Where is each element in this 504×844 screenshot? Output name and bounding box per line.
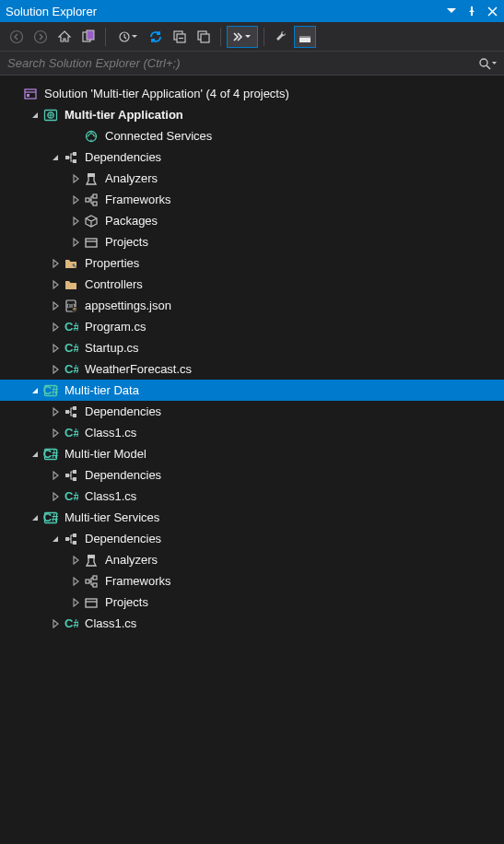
svg-rect-10: [299, 36, 311, 38]
json-icon: [63, 298, 79, 314]
expander-open-icon[interactable]: [28, 108, 42, 123]
deps-icon: [63, 531, 79, 547]
tree-item-label: Connected Services: [105, 129, 212, 143]
expander-closed-icon[interactable]: [68, 574, 83, 589]
svg-point-0: [11, 30, 23, 42]
expander-closed-icon[interactable]: [48, 404, 63, 419]
csproj-icon: [42, 446, 59, 463]
expander-open-icon[interactable]: [28, 383, 42, 398]
tree-item[interactable]: Multi-tier Application: [0, 104, 504, 125]
tree-item-label: WeatherForecast.cs: [85, 362, 192, 376]
expander-open-icon[interactable]: [48, 532, 63, 546]
csproj-web-icon: [42, 107, 59, 123]
svg-rect-9: [299, 38, 311, 42]
tree-item[interactable]: Analyzers: [0, 168, 504, 189]
tree-item[interactable]: Projects: [0, 231, 504, 252]
expander-closed-icon[interactable]: [48, 489, 63, 504]
expander-closed-icon[interactable]: [48, 299, 63, 313]
expander-closed-icon[interactable]: [48, 277, 63, 292]
window-pos-dropdown-icon[interactable]: [445, 5, 458, 18]
tree-item[interactable]: Properties: [0, 252, 504, 274]
show-all-files-button[interactable]: [193, 26, 215, 48]
analyzers-icon: [83, 170, 100, 187]
packages-icon: [83, 213, 100, 229]
tree-item[interactable]: appsettings.json: [0, 295, 504, 316]
tree-item[interactable]: Dependencies: [0, 528, 504, 549]
tree-item[interactable]: Class1.cs: [0, 486, 504, 507]
sync-button[interactable]: [145, 26, 167, 48]
searchbar[interactable]: Search Solution Explorer (Ctrl+;): [0, 52, 504, 76]
expander-closed-icon[interactable]: [48, 362, 63, 377]
tree-item-label: Multi-tier Model: [64, 447, 147, 461]
tree-item[interactable]: Projects: [0, 592, 504, 613]
tree-item-label: Projects: [105, 595, 148, 609]
tree-item[interactable]: Analyzers: [0, 549, 504, 570]
cs-icon: [63, 488, 79, 505]
tree-item[interactable]: Startup.cs: [0, 337, 504, 358]
folder-wrench-icon: [63, 255, 79, 272]
tree-item[interactable]: Dependencies: [0, 147, 504, 168]
analyzers-icon: [83, 552, 100, 569]
expander-closed-icon[interactable]: [48, 468, 63, 483]
expander-closed-icon[interactable]: [68, 193, 83, 207]
tree-item-label: Dependencies: [85, 468, 161, 482]
titlebar-label: Solution Explorer: [6, 5, 445, 18]
expander-closed-icon[interactable]: [48, 320, 63, 334]
expander-open-icon[interactable]: [48, 150, 63, 165]
expander-closed-icon[interactable]: [48, 426, 63, 440]
svg-rect-8: [201, 34, 209, 42]
tree-item[interactable]: Dependencies: [0, 401, 504, 422]
tree-item[interactable]: Multi-tier Services: [0, 507, 504, 528]
tree-item-label: Class1.cs: [85, 426, 136, 440]
expander-closed-icon[interactable]: [68, 171, 83, 186]
preview-button[interactable]: [294, 26, 316, 48]
cs-icon: [63, 340, 79, 357]
close-icon[interactable]: [486, 5, 498, 18]
collapse-all-button[interactable]: [169, 26, 191, 48]
deps-icon: [63, 149, 79, 166]
cs-icon: [63, 319, 79, 335]
switch-views-button[interactable]: [77, 26, 100, 48]
search-input[interactable]: Search Solution Explorer (Ctrl+;): [7, 56, 478, 70]
properties-button[interactable]: [270, 26, 292, 48]
tree-item[interactable]: Class1.cs: [0, 422, 504, 443]
expander-closed-icon[interactable]: [68, 553, 83, 568]
tree-item[interactable]: Class1.cs: [0, 613, 504, 634]
expander-closed-icon[interactable]: [48, 341, 63, 356]
expander-closed-icon[interactable]: [68, 595, 83, 610]
toolbar-separator: [220, 28, 221, 46]
preview-selected-items-button[interactable]: [227, 26, 258, 48]
expander-closed-icon[interactable]: [68, 214, 83, 229]
tree-item[interactable]: Dependencies: [0, 464, 504, 486]
expander-closed-icon[interactable]: [48, 616, 63, 631]
tree-item-label: Frameworks: [105, 193, 171, 206]
svg-point-11: [480, 59, 487, 66]
tree-item[interactable]: Program.cs: [0, 316, 504, 337]
expander-open-icon[interactable]: [28, 510, 42, 525]
tree-item-label: Multi-tier Services: [64, 510, 159, 524]
tree-item-label: Frameworks: [105, 574, 171, 588]
cs-icon: [63, 425, 79, 441]
home-button[interactable]: [53, 26, 76, 48]
forward-button[interactable]: [29, 26, 52, 48]
tree-item-label: Class1.cs: [85, 616, 136, 630]
tree-item-label: Class1.cs: [85, 489, 136, 503]
tree-item[interactable]: Frameworks: [0, 570, 504, 592]
tree-item[interactable]: Multi-tier Data: [0, 380, 504, 401]
solution-tree[interactable]: Solution 'Multi-tier Application' (4 of …: [0, 76, 504, 641]
tree-item[interactable]: WeatherForecast.cs: [0, 358, 504, 380]
tree-item[interactable]: Packages: [0, 210, 504, 231]
pending-changes-filter-button[interactable]: [111, 26, 143, 48]
search-icon[interactable]: [478, 57, 497, 70]
tree-item[interactable]: Controllers: [0, 274, 504, 295]
pin-icon[interactable]: [465, 5, 478, 18]
expander-closed-icon[interactable]: [68, 235, 83, 250]
tree-item[interactable]: Connected Services: [0, 125, 504, 147]
tree-item[interactable]: Solution 'Multi-tier Application' (4 of …: [0, 83, 504, 104]
expander-closed-icon[interactable]: [48, 256, 63, 271]
back-button[interactable]: [6, 26, 28, 48]
expander-open-icon[interactable]: [28, 447, 42, 462]
tree-item[interactable]: Multi-tier Model: [0, 443, 504, 464]
tree-item[interactable]: Frameworks: [0, 189, 504, 210]
projects-icon: [83, 594, 100, 611]
